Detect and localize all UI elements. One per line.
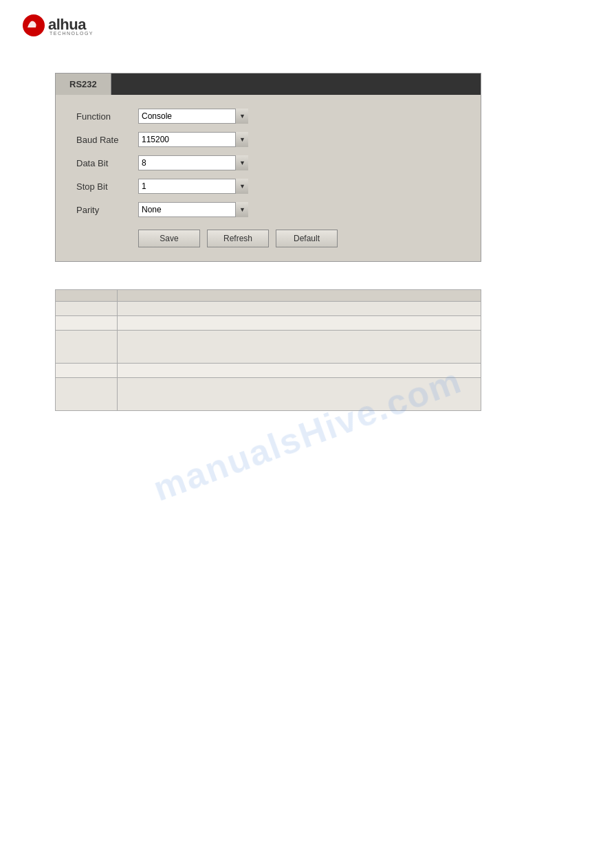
table-cell-param bbox=[56, 331, 118, 364]
buttons-row: Save Refresh Default bbox=[76, 230, 460, 247]
logo-area: alhua TECHNOLOGY bbox=[0, 0, 614, 45]
baudrate-row: Baud Rate 115200 57600 38400 19200 9600 … bbox=[76, 132, 460, 147]
parity-row: Parity None Odd Even Mark Space ▼ bbox=[76, 202, 460, 217]
table-row bbox=[56, 364, 481, 378]
databit-select[interactable]: 8 7 6 5 bbox=[138, 155, 245, 170]
table-row bbox=[56, 316, 481, 331]
table-row bbox=[56, 302, 481, 316]
databit-row: Data Bit 8 7 6 5 ▼ bbox=[76, 155, 460, 170]
main-content: RS232 Function Console Transparent Proto… bbox=[0, 45, 614, 438]
default-button[interactable]: Default bbox=[276, 230, 338, 247]
table-cell-desc bbox=[117, 378, 481, 411]
refresh-button[interactable]: Refresh bbox=[207, 230, 269, 247]
rs232-tab[interactable]: RS232 bbox=[56, 74, 111, 95]
table-row bbox=[56, 331, 481, 364]
baudrate-label: Baud Rate bbox=[76, 135, 138, 145]
rs232-header-fill bbox=[111, 74, 481, 95]
function-label: Function bbox=[76, 111, 138, 122]
brand-name: alhua bbox=[48, 16, 86, 33]
stopbit-row: Stop Bit 1 2 ▼ bbox=[76, 179, 460, 194]
table-cell-param bbox=[56, 316, 118, 331]
databit-label: Data Bit bbox=[76, 158, 138, 168]
table-cell-param bbox=[56, 364, 118, 378]
stopbit-label: Stop Bit bbox=[76, 181, 138, 192]
table-cell-desc bbox=[117, 316, 481, 331]
info-table bbox=[55, 289, 481, 411]
baudrate-select-wrapper[interactable]: 115200 57600 38400 19200 9600 4800 2400 … bbox=[138, 132, 248, 147]
databit-select-wrapper[interactable]: 8 7 6 5 ▼ bbox=[138, 155, 248, 170]
parity-select[interactable]: None Odd Even Mark Space bbox=[138, 202, 245, 217]
stopbit-select-wrapper[interactable]: 1 2 ▼ bbox=[138, 179, 248, 194]
rs232-panel: RS232 Function Console Transparent Proto… bbox=[55, 73, 481, 262]
function-row: Function Console Transparent Protocol ▼ bbox=[76, 109, 460, 124]
col-header-desc bbox=[117, 290, 481, 302]
parity-select-wrapper[interactable]: None Odd Even Mark Space ▼ bbox=[138, 202, 248, 217]
table-cell-desc bbox=[117, 302, 481, 316]
table-row bbox=[56, 378, 481, 411]
rs232-body: Function Console Transparent Protocol ▼ … bbox=[56, 95, 481, 261]
logo-container: alhua TECHNOLOGY bbox=[21, 12, 94, 38]
dahua-logo-icon bbox=[21, 12, 47, 38]
table-cell-param bbox=[56, 302, 118, 316]
table-cell-param bbox=[56, 378, 118, 411]
table-header-row bbox=[56, 290, 481, 302]
table-cell-desc bbox=[117, 364, 481, 378]
function-select[interactable]: Console Transparent Protocol bbox=[138, 109, 245, 124]
function-select-wrapper[interactable]: Console Transparent Protocol ▼ bbox=[138, 109, 248, 124]
save-button[interactable]: Save bbox=[138, 230, 200, 247]
brand-subtitle: TECHNOLOGY bbox=[50, 31, 94, 36]
col-header-param bbox=[56, 290, 118, 302]
stopbit-select[interactable]: 1 2 bbox=[138, 179, 245, 194]
rs232-header: RS232 bbox=[56, 74, 481, 95]
baudrate-select[interactable]: 115200 57600 38400 19200 9600 4800 2400 … bbox=[138, 132, 245, 147]
table-cell-desc bbox=[117, 331, 481, 364]
parity-label: Parity bbox=[76, 205, 138, 215]
